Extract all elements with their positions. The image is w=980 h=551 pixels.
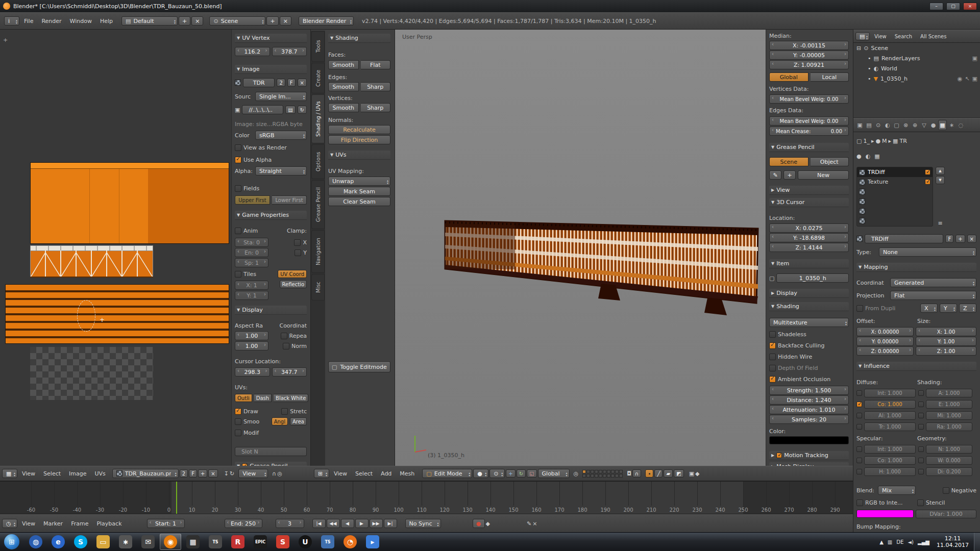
shadeless-checkbox[interactable] xyxy=(769,331,776,338)
uv-dash-toggle[interactable]: Dash xyxy=(254,394,272,402)
layer-toggle[interactable] xyxy=(619,470,623,473)
negative-checkbox[interactable] xyxy=(943,487,949,494)
influence-checkbox[interactable] xyxy=(918,446,924,452)
taskbar-clock[interactable]: 12:11 11.04.2017 xyxy=(932,535,974,548)
jump-to-end-button[interactable]: ▶| xyxy=(384,519,397,528)
anim-start-field[interactable]: Sta: 0 xyxy=(235,238,268,247)
gp-add-button[interactable]: + xyxy=(783,170,796,180)
layer-toggle[interactable] xyxy=(619,474,623,478)
auto-keyframe-button[interactable]: ● xyxy=(473,519,485,528)
slot-name-field[interactable]: Slot N xyxy=(235,447,307,456)
use-alpha-checkbox[interactable] xyxy=(235,157,241,163)
coordinates-dropdown[interactable]: Generated xyxy=(890,278,976,287)
panel-header-display-3d[interactable]: ▶Display xyxy=(769,289,849,298)
manipulator-translate-button[interactable]: + xyxy=(506,469,515,478)
properties-tab-render-icon[interactable]: ▣ xyxy=(855,120,864,130)
texture-slot-checkbox[interactable] xyxy=(925,169,930,175)
depth-of-field-checkbox[interactable] xyxy=(769,365,776,371)
timeline-menu-view[interactable]: View xyxy=(18,520,39,527)
image-source-dropdown[interactable]: Single Im... xyxy=(255,92,307,101)
uv-menu-uvs[interactable]: UVs xyxy=(91,470,109,477)
axis-z-dropdown[interactable]: Z xyxy=(959,304,976,313)
panel-header-display[interactable]: ▼Display xyxy=(235,306,307,315)
menu-render[interactable]: Render xyxy=(38,18,65,24)
new-texture-button[interactable]: + xyxy=(955,235,965,243)
v3d-menu-select[interactable]: Select xyxy=(352,470,376,477)
default-color-swatch[interactable] xyxy=(856,510,914,518)
selectability-icon[interactable]: ↖ xyxy=(965,76,969,82)
edge-smooth-button[interactable]: Smooth xyxy=(328,82,359,91)
layer-toggle[interactable] xyxy=(611,470,615,473)
texture-slot-row[interactable] xyxy=(857,187,933,196)
snap-icon[interactable]: ∩ xyxy=(272,470,276,477)
unwrap-dropdown[interactable]: Unwrap xyxy=(328,177,390,186)
influence-checkbox[interactable] xyxy=(918,390,924,396)
timeline-ruler[interactable]: -60-50-40-30-20-100102030405060708090100… xyxy=(0,482,853,514)
layer-toggle[interactable] xyxy=(607,474,610,478)
taskbar-app-browser-globe[interactable]: ◍ xyxy=(25,534,46,550)
gp-new-layer-button[interactable]: New xyxy=(798,170,849,180)
shade-flat-faces-button[interactable]: Flat xyxy=(361,60,391,69)
uv-outline-toggle[interactable]: Outli xyxy=(235,394,252,402)
projection-dropdown[interactable]: Flat xyxy=(890,291,976,300)
influence-checkbox[interactable] xyxy=(856,424,862,430)
texture-slot-row[interactable] xyxy=(857,216,933,226)
view-as-render-checkbox[interactable] xyxy=(235,144,241,151)
unlink-image-button[interactable]: × xyxy=(298,79,307,87)
outliner-menu-all-scenes[interactable]: All Scenes xyxy=(917,34,950,39)
timeline-menu-marker[interactable]: Marker xyxy=(40,520,66,527)
texture-slot-checkbox[interactable] xyxy=(925,179,930,185)
tiles-x-field[interactable]: X: 1 xyxy=(235,281,268,290)
panel-header-motion-tracking[interactable]: ▶Motion Tracking xyxy=(769,451,849,460)
uv-vertex-y-field[interactable]: 378.7 xyxy=(272,47,307,56)
tiles-y-field[interactable]: Y: 1 xyxy=(235,291,268,300)
outliner-row-object[interactable]: • ▼ 1_0350_h ◉ ↖ ▣ xyxy=(853,73,980,84)
smooth-checkbox[interactable] xyxy=(235,418,241,425)
pivot-center-selector[interactable]: ⊙ xyxy=(489,469,505,478)
image-fake-user-button[interactable]: F xyxy=(189,469,197,478)
frame-end-field[interactable]: End: 250 xyxy=(225,519,262,528)
uv-vertex-x-field[interactable]: 116.2 xyxy=(235,47,270,56)
properties-tab-scene-icon[interactable]: ⊙ xyxy=(874,120,883,130)
ao-samples-field[interactable]: Samples: 20 xyxy=(769,415,849,424)
influence-slider[interactable]: H: 1.000 xyxy=(864,467,916,476)
menu-file[interactable]: File xyxy=(20,18,37,24)
offset-z-field[interactable]: Z: 0.00000 xyxy=(856,346,914,356)
prev-keyframe-button[interactable]: ◀◀ xyxy=(327,519,340,528)
menu-help[interactable]: Help xyxy=(96,18,116,24)
ao-color-swatch[interactable] xyxy=(769,436,849,444)
panel-header-influence[interactable]: ▼Influence xyxy=(856,362,976,371)
influence-slider[interactable]: Tr: 1.000 xyxy=(864,422,916,431)
layer-toggle[interactable] xyxy=(599,470,602,473)
viewport-shading-selector[interactable]: ● xyxy=(473,469,488,478)
repeat-image-icon[interactable]: ↻ xyxy=(230,470,234,477)
vertex-select-mode-button[interactable]: ∙ xyxy=(645,469,653,478)
upper-first-button[interactable]: Upper First xyxy=(235,195,270,205)
influence-checkbox[interactable] xyxy=(856,458,862,463)
uv-menu-image[interactable]: Image xyxy=(65,470,90,477)
uv-menu-view[interactable]: View xyxy=(18,470,39,477)
toolshelf-tab-navigation[interactable]: Navigation xyxy=(311,230,325,273)
taskbar-app-settings[interactable]: ∗ xyxy=(115,534,136,550)
ao-distance-field[interactable]: Distance: 1.240 xyxy=(769,395,849,405)
list-grip-icon[interactable]: ≡ xyxy=(936,220,945,227)
influence-slider[interactable]: Di: 0.200 xyxy=(926,467,972,476)
texture-browse-icon[interactable] xyxy=(856,236,863,242)
image-users-button[interactable]: 2 xyxy=(277,79,285,87)
influence-checkbox[interactable] xyxy=(918,469,924,474)
taskbar-app-firefox[interactable]: ◔ xyxy=(339,534,361,550)
minimize-button[interactable]: – xyxy=(929,3,943,10)
add-layout-button[interactable]: + xyxy=(179,16,190,26)
delete-layout-button[interactable]: × xyxy=(191,16,203,26)
play-button[interactable]: ▶ xyxy=(355,519,369,528)
influence-slider[interactable]: E: 1.000 xyxy=(926,400,972,409)
edge-sharp-button[interactable]: Sharp xyxy=(361,82,391,91)
timeline-editor-type-selector[interactable]: ◷ xyxy=(2,519,17,528)
anim-checkbox[interactable] xyxy=(235,228,241,234)
uv-editor-type-selector[interactable]: ▦ xyxy=(2,469,17,478)
lock-icon[interactable]: ◘ xyxy=(627,470,631,477)
size-y-field[interactable]: Y: 1.00 xyxy=(916,337,976,346)
outliner-row-world[interactable]: • ◐ World xyxy=(853,63,980,73)
influence-checkbox[interactable] xyxy=(918,458,924,463)
close-button[interactable]: × xyxy=(963,3,977,10)
